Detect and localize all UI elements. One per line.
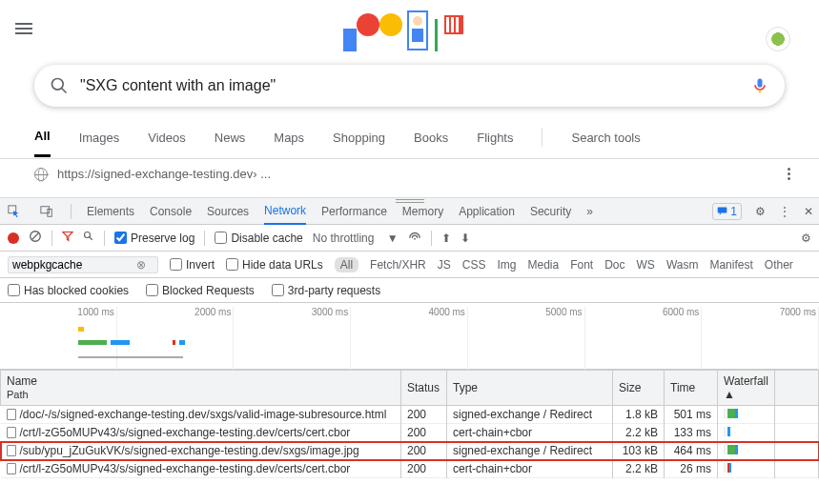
svg-line-22 — [90, 237, 92, 240]
hide-data-urls-checkbox[interactable]: Hide data URLs — [226, 258, 323, 272]
request-type: signed-exchange / Redirect — [447, 442, 613, 460]
request-size: 1.8 kB — [613, 406, 665, 424]
hamburger-menu-icon[interactable] — [15, 20, 32, 37]
record-button[interactable] — [8, 232, 19, 244]
filter-type-wasm[interactable]: Wasm — [666, 258, 699, 272]
request-size: 2.2 kB — [613, 424, 665, 442]
request-waterfall — [718, 406, 775, 424]
svg-line-20 — [32, 233, 39, 240]
throttling-select[interactable]: No throttling ▼ — [313, 232, 399, 245]
panel-sources[interactable]: Sources — [207, 205, 249, 218]
col-header-time[interactable]: Time — [665, 371, 718, 406]
svg-point-11 — [52, 79, 64, 91]
user-avatar[interactable] — [766, 27, 790, 51]
request-size: 2.2 kB — [613, 460, 665, 478]
network-request-row[interactable]: /doc/-/s/signed-exchange-testing.dev/sxg… — [1, 406, 819, 424]
search-tools[interactable]: Search tools — [571, 131, 640, 156]
search-result[interactable]: https://signed-exchange-testing.dev › ..… — [0, 159, 819, 189]
messages-badge[interactable]: 1 — [712, 203, 742, 220]
filter-type-media[interactable]: Media — [527, 258, 559, 272]
col-header-name[interactable]: NamePath — [1, 371, 401, 406]
network-request-row[interactable]: /crt/l-zG5oMUPv43/s/signed-exchange-test… — [1, 460, 819, 478]
filter-type-all[interactable]: All — [335, 257, 358, 272]
filter-type-manifest[interactable]: Manifest — [709, 258, 752, 272]
google-doodle[interactable] — [334, 2, 486, 55]
clear-icon[interactable] — [29, 230, 42, 246]
request-status: 200 — [401, 406, 447, 424]
timeline-tick: 7000 ms — [702, 307, 819, 370]
network-filter-input[interactable] — [12, 258, 136, 272]
preserve-log-checkbox[interactable]: Preserve log — [114, 232, 195, 245]
request-path: /crt/l-zG5oMUPv43/s/signed-exchange-test… — [20, 426, 351, 439]
col-header-spacer — [775, 371, 819, 406]
file-icon — [7, 463, 16, 474]
col-header-size[interactable]: Size — [613, 371, 665, 406]
panel-elements[interactable]: Elements — [87, 205, 134, 218]
download-har-icon[interactable]: ⬇ — [461, 232, 470, 245]
tab-videos[interactable]: Videos — [148, 131, 186, 156]
drag-handle[interactable] — [396, 199, 424, 203]
messages-count: 1 — [730, 205, 737, 218]
search-input[interactable] — [80, 77, 739, 94]
upload-har-icon[interactable]: ⬆ — [441, 232, 451, 245]
tab-flights[interactable]: Flights — [477, 131, 513, 156]
filter-type-other[interactable]: Other — [765, 258, 793, 272]
col-header-type[interactable]: Type — [447, 371, 613, 406]
search-box — [34, 65, 785, 107]
svg-rect-9 — [451, 17, 454, 32]
close-devtools-icon[interactable]: ✕ — [804, 205, 813, 218]
search-tabs: All Images Videos News Maps Shopping Boo… — [0, 114, 819, 159]
panel-security[interactable]: Security — [530, 205, 571, 218]
network-timeline[interactable]: 1000 ms 2000 ms 3000 ms 4000 ms 5000 ms … — [0, 303, 819, 370]
panel-application[interactable]: Application — [459, 205, 515, 218]
tab-news[interactable]: News — [215, 131, 246, 156]
network-request-row[interactable]: /sub/ypu_jZuGukVK/s/signed-exchange-test… — [1, 442, 819, 460]
blocked-requests-checkbox[interactable]: Blocked Requests — [146, 284, 255, 297]
invert-checkbox[interactable]: Invert — [170, 258, 215, 272]
kebab-menu-icon[interactable] — [788, 168, 790, 180]
search-network-icon[interactable] — [83, 231, 94, 245]
device-toggle-icon[interactable] — [38, 203, 55, 220]
network-request-row[interactable]: /crt/l-zG5oMUPv43/s/signed-exchange-test… — [1, 424, 819, 442]
filter-type-css[interactable]: CSS — [462, 258, 486, 272]
clear-filter-icon[interactable]: ⊗ — [136, 258, 146, 272]
panel-network[interactable]: Network — [264, 204, 306, 225]
panel-performance[interactable]: Performance — [321, 205, 387, 218]
settings-icon[interactable]: ⚙ — [755, 205, 766, 218]
request-status: 200 — [401, 424, 447, 442]
tab-shopping[interactable]: Shopping — [333, 131, 385, 156]
tab-images[interactable]: Images — [79, 131, 120, 156]
request-waterfall — [718, 424, 775, 442]
tab-all[interactable]: All — [34, 129, 51, 157]
third-party-checkbox[interactable]: 3rd-party requests — [272, 284, 380, 297]
panel-memory[interactable]: Memory — [402, 205, 443, 218]
filter-type-font[interactable]: Font — [570, 258, 593, 272]
request-path: /crt/l-zG5oMUPv43/s/signed-exchange-test… — [20, 462, 351, 475]
network-conditions-icon[interactable] — [408, 230, 421, 246]
globe-icon — [34, 168, 48, 181]
tab-maps[interactable]: Maps — [274, 131, 304, 156]
file-icon — [7, 445, 16, 456]
filter-type-img[interactable]: Img — [497, 258, 516, 272]
inspect-element-icon[interactable] — [6, 203, 23, 220]
blocked-cookies-checkbox[interactable]: Has blocked cookies — [8, 284, 129, 297]
request-time: 133 ms — [665, 424, 718, 442]
panel-console[interactable]: Console — [150, 205, 192, 218]
col-header-status[interactable]: Status — [401, 371, 447, 406]
filter-type-js[interactable]: JS — [438, 258, 451, 272]
disable-cache-checkbox[interactable]: Disable cache — [215, 232, 302, 245]
col-header-waterfall[interactable]: Waterfall ▲ — [718, 371, 775, 406]
svg-point-2 — [379, 13, 402, 36]
filter-funnel-icon[interactable] — [62, 231, 73, 245]
settings-gear-icon[interactable]: ⚙ — [801, 232, 811, 245]
search-icon — [50, 76, 69, 95]
filter-type-fetchxhr[interactable]: Fetch/XHR — [370, 258, 426, 272]
mic-icon[interactable] — [750, 76, 769, 95]
tab-books[interactable]: Books — [414, 131, 448, 156]
filter-type-ws[interactable]: WS — [637, 258, 655, 272]
more-icon[interactable]: ⋮ — [779, 205, 790, 218]
more-panels-icon[interactable]: » — [586, 205, 593, 218]
svg-rect-6 — [435, 19, 438, 51]
tab-divider — [542, 128, 543, 147]
filter-type-doc[interactable]: Doc — [604, 258, 624, 272]
